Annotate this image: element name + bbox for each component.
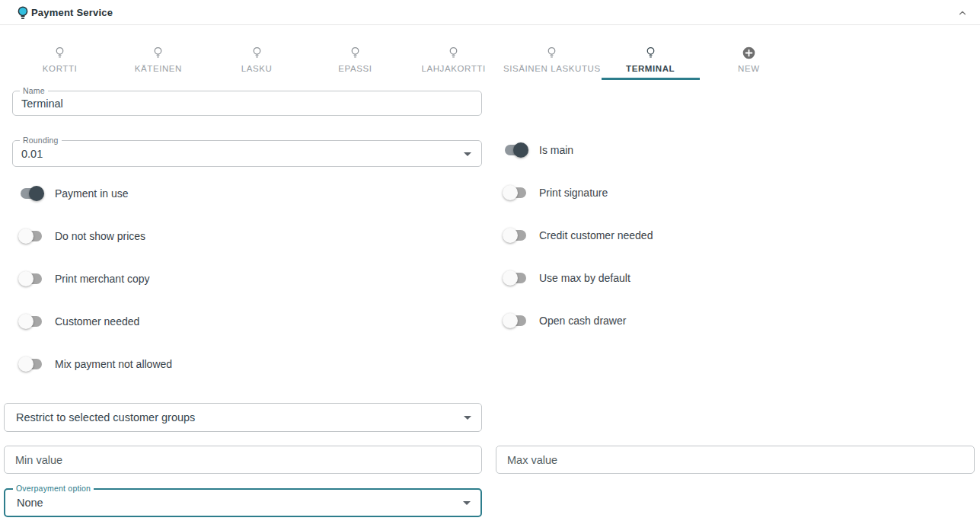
toggle-switch[interactable] [505,145,526,155]
plus-circle-icon [742,46,755,59]
customer-groups-select-value: Restrict to selected customer groups [16,411,195,424]
lightbulb-icon [645,46,656,59]
tab-label: NEW [738,64,760,73]
toggle-thumb [18,356,34,372]
lightbulb-icon [251,46,263,59]
toggle-row-mix-payment-not-allowed: Mix payment not allowed [21,343,172,385]
toggle-row-do-not-show-prices: Do not show prices [21,215,172,257]
toggle-label: Mix payment not allowed [55,358,172,370]
overpayment-select-label: Overpayment option [13,484,94,493]
active-tab-underline [602,78,700,80]
name-field-label: Name [20,86,48,95]
toggle-switch[interactable] [21,359,42,369]
tab-new[interactable]: NEW [700,34,798,80]
toggle-thumb [29,186,44,201]
toggle-label: Use max by default [539,272,630,284]
toggle-thumb [503,185,518,200]
chevron-down-icon [464,416,471,420]
tab-label: SISÄINEN LASKUTUS [503,64,601,73]
toggle-row-print-merchant-copy: Print merchant copy [21,257,172,300]
lightbulb-icon [546,46,557,59]
min-value-input[interactable] [5,446,481,473]
toggle-switch[interactable] [505,315,526,326]
toggle-row-open-cash-drawer: Open cash drawer [505,299,653,342]
tab-lahjakortti[interactable]: LAHJAKORTTI [404,34,503,80]
toggle-thumb [503,228,518,243]
rounding-select[interactable]: Rounding 0.01 [12,140,482,167]
min-value-field-wrap [4,446,482,474]
toggle-switch[interactable] [21,273,42,284]
toggle-label: Payment in use [55,187,129,200]
overpayment-select[interactable]: Overpayment option None [4,488,482,517]
toggle-thumb [18,314,34,329]
toggle-row-print-signature: Print signature [505,171,653,214]
page-title: Payment Service [31,7,113,18]
lightbulb-icon [54,46,65,59]
toggle-switch[interactable] [505,273,526,283]
chevron-down-icon [464,152,471,156]
lightbulb-icon [16,5,30,21]
toggle-switch[interactable] [21,231,42,241]
toggle-row-credit-customer-needed: Credit customer needed [505,214,653,257]
toggle-label: Print merchant copy [55,273,150,285]
tab-label: EPASSI [338,64,372,73]
toggle-row-use-max-by-default: Use max by default [505,257,653,299]
lightbulb-icon [350,46,361,59]
toggle-row-customer-needed: Customer needed [21,300,172,343]
tab-terminal[interactable]: TERMINAL [602,34,700,80]
toggle-switch[interactable] [505,187,526,198]
payment-service-panel: Payment Service KORTTI KÄTEINEN LASKU EP… [0,0,980,521]
toggle-row-is-main: Is main [505,129,653,171]
header-bar: Payment Service [0,0,980,25]
tab-k-teinen[interactable]: KÄTEINEN [109,34,207,80]
toggle-switch[interactable] [505,230,526,241]
toggle-thumb [18,229,34,244]
toggle-label: Print signature [539,187,608,199]
name-field-value: Terminal [21,97,63,110]
toggle-thumb [503,270,518,286]
toggle-label: Is main [539,144,573,156]
tab-label: KÄTEINEN [135,64,182,73]
max-value-field-wrap [496,446,975,474]
toggle-thumb [503,313,518,328]
chevron-down-icon [463,501,471,505]
tab-label: LAHJAKORTTI [421,64,485,73]
tab-label: TERMINAL [626,64,675,73]
tab-epassi[interactable]: EPASSI [306,34,404,80]
tab-lasku[interactable]: LASKU [208,34,306,80]
toggle-thumb [513,142,528,158]
toggle-column-right: Is mainPrint signatureCredit customer ne… [505,129,653,342]
rounding-select-label: Rounding [20,136,62,145]
toggle-label: Credit customer needed [539,229,653,241]
overpayment-select-value: None [17,497,43,509]
toggle-column-left: Payment in useDo not show pricesPrint me… [21,172,172,385]
lightbulb-icon [448,46,459,59]
lightbulb-icon [152,46,164,59]
toggle-label: Do not show prices [55,230,145,242]
toggle-row-payment-in-use: Payment in use [21,172,172,215]
toggle-label: Customer needed [55,315,139,328]
toggle-switch[interactable] [21,316,42,327]
tab-bar: KORTTI KÄTEINEN LASKU EPASSI LAHJAKORTTI… [11,34,798,80]
max-value-input[interactable] [496,446,974,473]
tab-label: LASKU [241,64,273,73]
chevron-up-icon[interactable] [954,5,971,21]
toggle-switch[interactable] [21,188,42,199]
tab-kortti[interactable]: KORTTI [11,34,109,80]
rounding-select-value: 0.01 [21,148,43,160]
tab-label: KORTTI [43,64,78,73]
name-field[interactable]: Name Terminal [12,91,482,116]
toggle-thumb [18,271,34,286]
customer-groups-select[interactable]: Restrict to selected customer groups [4,403,482,432]
toggle-label: Open cash drawer [539,315,626,327]
tab-sis-inen-laskutus[interactable]: SISÄINEN LASKUTUS [503,34,601,80]
